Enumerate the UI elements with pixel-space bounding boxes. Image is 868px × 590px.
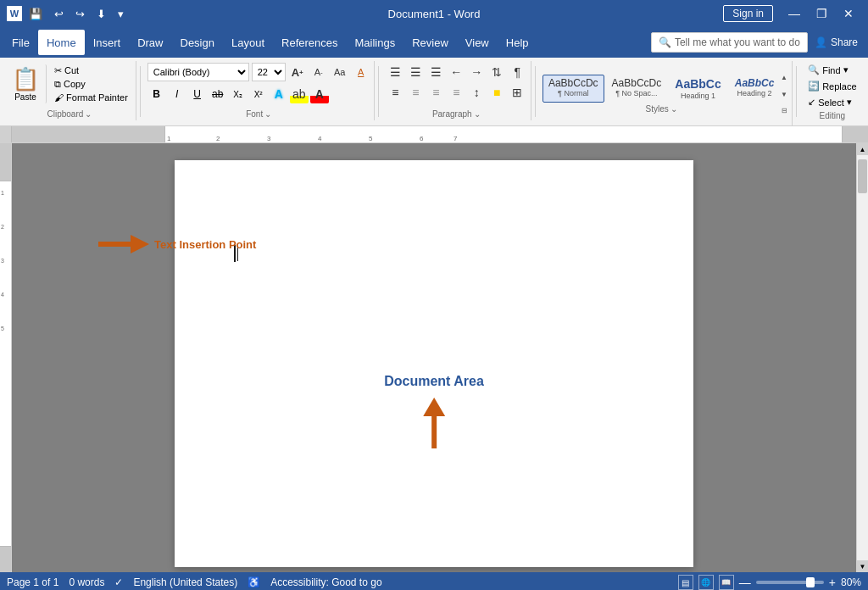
select-button[interactable]: ↙ Select ▾: [804, 95, 860, 109]
share-button[interactable]: 👤 Share: [808, 35, 865, 50]
sort-button[interactable]: ⇅: [487, 63, 506, 81]
select-dropdown-icon[interactable]: ▾: [847, 97, 852, 108]
subscript-button[interactable]: X₂: [229, 85, 248, 103]
save-button[interactable]: 💾: [25, 6, 46, 22]
format-painter-button[interactable]: 🖌 Format Painter: [52, 92, 131, 103]
styles-label: Styles: [646, 104, 669, 114]
menu-references[interactable]: References: [273, 30, 346, 55]
font-name-select[interactable]: Calibri (Body): [147, 63, 249, 81]
increase-indent-button[interactable]: →: [467, 63, 486, 81]
scroll-up-icon[interactable]: ▲: [781, 74, 787, 81]
justify-button[interactable]: ≡: [447, 83, 465, 102]
align-left-button[interactable]: ≡: [386, 83, 404, 102]
menu-layout[interactable]: Layout: [223, 30, 273, 55]
text-effects-button[interactable]: A: [270, 85, 288, 103]
document-page[interactable]: Text Insertion Point Document Area: [175, 160, 693, 567]
bold-button[interactable]: B: [147, 85, 166, 103]
paste-button[interactable]: 📋 Paste: [8, 64, 47, 103]
menu-draw[interactable]: Draw: [129, 30, 171, 55]
minimize-button[interactable]: —: [782, 1, 807, 26]
decrease-indent-button[interactable]: ←: [447, 63, 465, 81]
title-bar-right: Sign in — ❐ ✕: [723, 1, 861, 26]
replace-button[interactable]: 🔄 Replace: [804, 79, 860, 93]
show-marks-button[interactable]: ¶: [508, 63, 526, 81]
menu-insert[interactable]: Insert: [85, 30, 130, 55]
clipboard-small-buttons: ✂ Cut ⧉ Copy 🖌 Format Painter: [52, 64, 131, 103]
multilevel-list-button[interactable]: ☰: [426, 63, 445, 81]
content-area[interactable]: Text Insertion Point Document Area: [12, 143, 856, 572]
menu-mailings[interactable]: Mailings: [347, 30, 404, 55]
scroll-track[interactable]: [857, 155, 868, 560]
underline-button[interactable]: U: [188, 85, 207, 103]
bullets-button[interactable]: ☰: [386, 63, 404, 81]
zoom-thumb[interactable]: [806, 577, 815, 587]
read-mode-button[interactable]: 📖: [719, 575, 734, 590]
paragraph-label: Paragraph: [432, 109, 472, 119]
restore-button[interactable]: ❐: [809, 1, 834, 26]
insertion-point-annotation: Text Insertion Point: [98, 235, 256, 253]
clipboard-expand-icon[interactable]: ⌄: [85, 109, 92, 119]
menu-home[interactable]: Home: [38, 30, 85, 55]
borders-button[interactable]: ⊞: [508, 83, 526, 102]
text-cursor: [234, 245, 634, 262]
print-layout-button[interactable]: ▤: [678, 575, 693, 590]
style-normal[interactable]: AaBbCcDc ¶ Normal: [542, 75, 604, 103]
styles-expand-icon[interactable]: ⌄: [670, 104, 677, 114]
find-icon: 🔍: [808, 64, 820, 75]
scroll-up-button[interactable]: ▲: [857, 143, 869, 155]
menu-view[interactable]: View: [457, 30, 498, 55]
zoom-plus-button[interactable]: +: [829, 576, 836, 589]
zoom-minus-button[interactable]: —: [739, 576, 751, 589]
font-size-select[interactable]: 22: [252, 63, 286, 81]
strikethrough-button[interactable]: ab: [209, 85, 227, 103]
svg-rect-2: [431, 415, 437, 448]
change-case-button[interactable]: Aa: [331, 63, 349, 81]
menu-bar: File Home Insert Draw Design Layout Refe…: [0, 27, 868, 58]
scroll-thumb[interactable]: [858, 159, 867, 193]
text-area[interactable]: Text Insertion Point: [234, 245, 634, 262]
copy-button[interactable]: ⧉ Copy: [52, 78, 131, 91]
style-no-spacing[interactable]: AaBbCcDc ¶ No Spac...: [606, 75, 668, 103]
shading-button[interactable]: ■: [487, 83, 506, 102]
grow-font-button[interactable]: A+: [288, 63, 307, 81]
clear-formatting-button[interactable]: A: [352, 63, 370, 81]
web-layout-button[interactable]: 🌐: [698, 575, 714, 590]
italic-button[interactable]: I: [168, 85, 186, 103]
highlight-button[interactable]: ab: [290, 85, 309, 103]
cut-button[interactable]: ✂ Cut: [52, 64, 131, 77]
tell-me-input[interactable]: 🔍 Tell me what you want to do: [651, 32, 808, 53]
style-heading1[interactable]: AaBbCc Heading 1: [669, 75, 726, 103]
find-dropdown-icon[interactable]: ▾: [843, 64, 849, 75]
expand-styles-icon[interactable]: ⊟: [782, 107, 787, 114]
menu-help[interactable]: Help: [498, 30, 537, 55]
close-button[interactable]: ✕: [836, 1, 861, 26]
align-center-button[interactable]: ≡: [406, 83, 425, 102]
paragraph-expand-icon[interactable]: ⌄: [474, 109, 481, 119]
line-spacing-button[interactable]: ↕: [467, 83, 486, 102]
align-right-button[interactable]: ≡: [426, 83, 445, 102]
autosave-button[interactable]: ⬇: [93, 6, 109, 22]
vertical-scrollbar[interactable]: ▲ ▼: [856, 143, 868, 572]
sign-in-button[interactable]: Sign in: [723, 5, 773, 22]
word-count: 0 words: [69, 576, 104, 588]
customize-qat-button[interactable]: ▾: [114, 6, 127, 22]
shrink-font-button[interactable]: A-: [309, 63, 328, 81]
menu-design[interactable]: Design: [172, 30, 223, 55]
superscript-button[interactable]: X²: [249, 85, 268, 103]
menu-file[interactable]: File: [3, 30, 38, 55]
zoom-slider[interactable]: [756, 581, 824, 584]
replace-icon: 🔄: [808, 81, 820, 92]
numbering-button[interactable]: ☰: [406, 63, 425, 81]
font-color-button[interactable]: A: [310, 85, 329, 103]
find-button[interactable]: 🔍 Find ▾: [804, 63, 860, 77]
undo-button[interactable]: ↩: [51, 6, 67, 22]
scroll-down-button[interactable]: ▼: [857, 560, 869, 572]
style-heading2[interactable]: AaBbCc Heading 2: [729, 75, 781, 103]
menu-review[interactable]: Review: [403, 30, 457, 55]
font-expand-icon[interactable]: ⌄: [264, 109, 271, 119]
styles-group: AaBbCcDc ¶ Normal AaBbCcDc ¶ No Spac... …: [539, 61, 793, 125]
scroll-down-icon[interactable]: ▼: [781, 91, 787, 98]
styles-scroll[interactable]: ▲ ▼ ⊟: [780, 64, 787, 124]
main-area: 1 2 3 4 5 Text Ins: [0, 143, 868, 572]
redo-button[interactable]: ↪: [72, 6, 88, 22]
